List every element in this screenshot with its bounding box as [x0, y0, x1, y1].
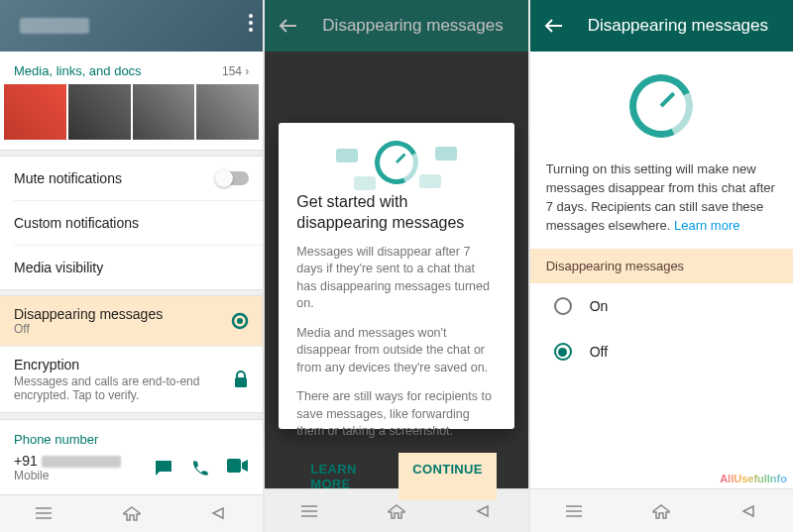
radio-label: Off: [590, 344, 608, 360]
recent-apps-icon[interactable]: [34, 506, 54, 520]
app-bar: Disappearing messages: [265, 0, 527, 52]
divider: [0, 289, 263, 296]
row-label: Mute notifications: [14, 170, 122, 186]
row-label: Encryption: [14, 357, 233, 372]
back-icon[interactable]: [739, 504, 759, 518]
section-header: Disappearing messages: [530, 249, 793, 283]
row-sublabel: Off: [14, 322, 163, 336]
system-navbar: [0, 494, 263, 532]
svg-rect-6: [227, 459, 241, 473]
row-label: Media visibility: [14, 260, 103, 275]
disappearing-messages-row[interactable]: Disappearing messages Off: [0, 296, 263, 346]
home-icon[interactable]: [122, 505, 142, 521]
learn-more-button[interactable]: LEARN MORE: [296, 453, 393, 500]
contact-name-blurred: [20, 18, 89, 34]
row-sublabel: Messages and calls are end-to-end encryp…: [14, 374, 233, 402]
dialog-paragraph: Media and messages won't disappear from …: [296, 325, 496, 377]
continue-button[interactable]: CONTINUE: [398, 453, 496, 500]
phone-row[interactable]: +91 Mobile: [0, 449, 263, 494]
chat-info-screen: Media, links, and docs 154 › Mute notifi…: [0, 0, 263, 532]
back-arrow-icon[interactable]: [279, 18, 298, 34]
svg-point-0: [249, 14, 253, 18]
timer-icon: [231, 312, 249, 330]
svg-rect-5: [235, 377, 247, 387]
call-icon[interactable]: [191, 459, 209, 477]
media-visibility-row[interactable]: Media visibility: [0, 246, 263, 289]
encryption-row[interactable]: Encryption Messages and calls are end-to…: [0, 347, 263, 412]
dialog-actions: LEARN MORE CONTINUE: [296, 453, 496, 500]
svg-point-4: [237, 318, 243, 324]
phone-section-title: Phone number: [0, 420, 263, 449]
phone-number: +91: [14, 453, 154, 469]
disappearing-settings-screen: Disappearing messages Turning on this se…: [530, 0, 793, 532]
radio-on-row[interactable]: On: [530, 283, 793, 329]
back-arrow-icon[interactable]: [544, 18, 564, 34]
recent-apps-icon[interactable]: [564, 504, 584, 518]
divider: [0, 412, 263, 419]
phone-blurred: [42, 456, 121, 468]
scrim[interactable]: Get started with disappearing messages M…: [265, 52, 527, 488]
back-icon[interactable]: [209, 506, 229, 520]
media-thumb[interactable]: [68, 84, 131, 140]
intro-dialog: Get started with disappearing messages M…: [279, 123, 513, 429]
message-icon[interactable]: [154, 459, 173, 477]
dialog-paragraph: Messages will disappear after 7 days if …: [296, 244, 496, 313]
media-count: 154 ›: [222, 64, 249, 78]
mute-notifications-row[interactable]: Mute notifications: [0, 157, 263, 200]
radio-on-icon[interactable]: [554, 343, 572, 361]
timer-icon: [621, 65, 702, 147]
dialog-title: Get started with disappearing messages: [296, 192, 496, 234]
lock-icon: [233, 371, 249, 388]
app-bar-title: Disappearing messages: [322, 16, 503, 36]
phone-type: Mobile: [14, 469, 154, 482]
recent-apps-icon[interactable]: [299, 504, 319, 518]
media-section-title: Media, links, and docs: [14, 63, 142, 78]
app-bar: Disappearing messages: [530, 0, 793, 52]
illustration: [530, 52, 793, 160]
mute-toggle[interactable]: [217, 171, 249, 185]
more-options-icon[interactable]: [249, 14, 253, 32]
radio-off-row[interactable]: Off: [530, 329, 793, 374]
custom-notifications-row[interactable]: Custom notifications: [0, 201, 263, 245]
description-text: Turning on this setting will make new me…: [530, 160, 793, 249]
chat-bubble-icon: [354, 176, 376, 190]
video-call-icon[interactable]: [227, 459, 249, 477]
radio-off-icon[interactable]: [554, 297, 572, 315]
row-label: Disappearing messages: [14, 306, 163, 322]
dialog-illustration: [296, 141, 496, 184]
back-icon[interactable]: [474, 504, 494, 518]
dialog-paragraph: There are still ways for recipients to s…: [296, 388, 496, 441]
timer-icon: [369, 135, 424, 190]
svg-point-2: [249, 28, 253, 32]
media-section-header[interactable]: Media, links, and docs 154 ›: [0, 52, 263, 84]
svg-point-1: [249, 21, 253, 25]
media-thumb[interactable]: [196, 84, 259, 140]
divider: [0, 150, 263, 157]
home-icon[interactable]: [387, 503, 406, 519]
chat-bubble-icon: [419, 174, 441, 188]
media-thumb[interactable]: [133, 84, 195, 140]
media-thumb[interactable]: [4, 84, 66, 140]
radio-label: On: [590, 298, 609, 314]
profile-header[interactable]: [0, 0, 263, 52]
dialog-screen: Disappearing messages Get started with d…: [265, 0, 527, 532]
chat-bubble-icon: [336, 149, 358, 162]
learn-more-link[interactable]: Learn more: [674, 218, 739, 233]
row-label: Custom notifications: [14, 215, 139, 231]
chat-bubble-icon: [435, 147, 457, 160]
watermark: AllUsefulInfo: [720, 473, 787, 484]
app-bar-title: Disappearing messages: [588, 16, 768, 36]
system-navbar: [530, 488, 793, 532]
home-icon[interactable]: [651, 503, 671, 519]
media-thumbnails[interactable]: [0, 84, 263, 150]
